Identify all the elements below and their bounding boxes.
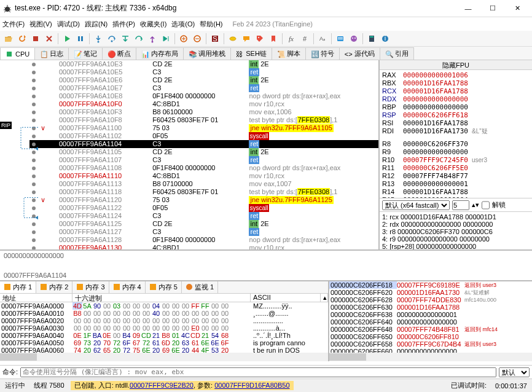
disasm-row[interactable]: 00007FFF9A6A10E6CD 2Eint 2E: [29, 76, 378, 84]
menu-view[interactable]: 视图(V): [29, 20, 52, 29]
menu-favorites[interactable]: 收藏夹(I): [140, 20, 166, 29]
fx-icon[interactable]: fx: [285, 33, 297, 45]
open-icon[interactable]: [2, 33, 15, 45]
tab-seh[interactable]: ⛓SEH链: [230, 47, 272, 60]
disasm-row[interactable]: 00007FFF9A6A10E80F1F8400 00000000nop dwo…: [29, 92, 378, 100]
tab-symbols[interactable]: 🔣符号: [305, 47, 340, 60]
register-row[interactable]: R90000000000000000: [382, 148, 530, 156]
disasm-row[interactable]: 00007FFF9A6A10E5C3ret: [29, 68, 378, 76]
stack-row[interactable]: 000000C6206FF620000001D16FAA1730&L"疑难解: [329, 289, 532, 296]
tab-memmap[interactable]: 📊内存布局: [136, 47, 184, 60]
restart-icon[interactable]: [16, 33, 28, 45]
register-row[interactable]: R1200007FFF74B48F77: [382, 172, 530, 180]
registers-list[interactable]: RAX0000000000001006RBX000001D16FAA1788RC…: [380, 70, 532, 198]
tab-callstack[interactable]: 📚调用堆栈: [183, 47, 231, 60]
scylla-icon[interactable]: S: [209, 33, 221, 45]
register-row[interactable]: RDX0000000000000000: [382, 95, 530, 103]
register-row[interactable]: R130000000000000001: [382, 180, 530, 188]
disasm-row[interactable]: 00007FFF9A6A10F3B8 06100000mov eax,1006: [29, 108, 378, 116]
step-over2-icon[interactable]: [133, 33, 145, 45]
stack-row[interactable]: 000000C6206FF61800007FFF9C69189E返回到 user…: [329, 281, 532, 289]
menu-debug[interactable]: 调试(D): [57, 20, 80, 29]
disasm-row[interactable]: 00007FFF9A6A1127C3ret: [29, 228, 378, 236]
register-row[interactable]: R1000007FFF9C7245F0user3: [382, 156, 530, 164]
register-row[interactable]: RSI000001D16FAA1788: [382, 119, 530, 127]
command-input[interactable]: [20, 367, 496, 377]
stack-row[interactable]: 000000C6206FF6380000000000000001: [329, 311, 532, 318]
step-into-icon[interactable]: [92, 33, 104, 45]
register-row[interactable]: RDI000001D16FAA1730&L"疑: [382, 127, 530, 135]
stack-scroll-h[interactable]: [329, 353, 532, 361]
stack-row[interactable]: 000000C6206FF650000000C6206FF810: [329, 333, 532, 340]
register-row[interactable]: R14000001D16FAA1788: [382, 188, 530, 196]
trace-into-icon[interactable]: [178, 33, 190, 45]
patches-icon[interactable]: [227, 33, 239, 45]
arg-count-input[interactable]: [452, 200, 469, 210]
disasm-row[interactable]: 00007FFF9A6A1124C3ret: [29, 212, 378, 220]
labels-icon[interactable]: [254, 33, 266, 45]
calling-conv-select[interactable]: 默认 (x64 fastcall): [382, 200, 450, 210]
close-button[interactable]: ✕: [505, 1, 530, 16]
dump-row[interactable]: 00007FFF9A6A0060742062652072756E20696E20…: [0, 347, 328, 353]
command-lang-select[interactable]: 默认: [499, 367, 530, 377]
disasm-row[interactable]: 00007FFF9A6A10F04C:8BD1mov r10,rcx: [29, 100, 378, 108]
params-list[interactable]: 1: rcx 000001D16FAA1788 000001D12: rdx 0…: [380, 211, 532, 249]
step-out-icon[interactable]: [146, 33, 158, 45]
tab-references[interactable]: 🔍引用: [380, 47, 414, 60]
disasm-row[interactable]: 00007FFF9A6A1105CD 2Eint 2E: [29, 148, 378, 156]
run-icon[interactable]: [61, 33, 73, 45]
about-icon[interactable]: i: [379, 33, 391, 45]
menu-options[interactable]: 选项(O): [171, 20, 195, 29]
disasm-row[interactable]: 00007FFF9A6A10E7C3ret: [29, 84, 378, 92]
scroll-up-icon[interactable]: ▴: [321, 294, 328, 302]
calc-icon[interactable]: [366, 33, 378, 45]
disasm-row[interactable]: 00007FFF9A6A1118F60425 0803FE7F 01test b…: [29, 188, 378, 196]
disasm-row[interactable]: 00007FFF9A6A11280F1F8400 00000000nop dwo…: [29, 236, 378, 244]
fpu-header[interactable]: 隐藏FPU: [380, 60, 532, 70]
run-to-icon[interactable]: [160, 33, 172, 45]
minimize-button[interactable]: —: [456, 1, 480, 16]
dump-row[interactable]: 00007FFF9A6A00004D5A90000300000004000000…: [0, 302, 328, 310]
tab-breakpoints[interactable]: 🔴断点: [102, 47, 136, 60]
stack-row[interactable]: 000000C6206FF6400000000000000000: [329, 318, 532, 326]
dump-tab[interactable]: 监视 1: [182, 281, 218, 293]
tab-cpu[interactable]: CPU: [0, 47, 35, 60]
register-row[interactable]: R11000000C6206FF5E0: [382, 164, 530, 172]
hash-icon[interactable]: #: [299, 33, 311, 45]
dump-tab[interactable]: 内存 3: [72, 281, 109, 293]
menu-file[interactable]: 文件(F): [2, 20, 25, 29]
stop-icon[interactable]: [29, 33, 42, 45]
disasm-view[interactable]: 00007FFF9A6A10E3CD 2Eint 2E00007FFF9A6A1…: [29, 60, 378, 249]
disasm-row[interactable]: 00007FFF9A6A11304C:8BD1mov r10,rcx: [29, 244, 378, 249]
stack-row[interactable]: 000000C6206FF6600000000000000000: [329, 348, 532, 353]
menu-help[interactable]: 帮助(H): [200, 20, 222, 29]
menu-plugins[interactable]: 插件(P): [112, 20, 135, 29]
dump-body[interactable]: 00007FFF9A6A00004D5A90000300000004000000…: [0, 302, 328, 353]
stack-row[interactable]: 000000C6206FF630000001D16FAA1788: [329, 304, 532, 311]
stack-row[interactable]: 000000C6206FF64800007FFF74B48F81返回到 mfc1…: [329, 326, 532, 333]
settings-icon[interactable]: [334, 33, 346, 45]
unlock-checkbox[interactable]: [482, 200, 490, 210]
register-row[interactable]: RCX000001D16FAA1788: [382, 87, 530, 95]
dump-tab[interactable]: 内存 2: [36, 281, 72, 293]
disasm-row[interactable]: 00007FFF9A6A11104C:8BD1mov r10,rcx: [29, 172, 378, 180]
comments-icon[interactable]: [240, 33, 252, 45]
step-over-icon[interactable]: [106, 33, 118, 45]
dump-tab[interactable]: 内存 4: [109, 281, 146, 293]
stack-body[interactable]: 000000C6206FF61800007FFF9C69189E返回到 user…: [329, 281, 532, 353]
tab-source[interactable]: <>源代码: [339, 47, 380, 60]
tab-script[interactable]: 📜脚本: [272, 47, 306, 60]
maximize-button[interactable]: ☐: [480, 1, 505, 16]
entry-link[interactable]: 00007FFF9C9E2B20: [130, 382, 194, 389]
dump-tab[interactable]: 内存 1: [0, 281, 36, 293]
disasm-row[interactable]: 00007FFF9A6A10F8F60425 0803FE7F 01test b…: [29, 116, 378, 124]
stack-row[interactable]: 000000C6206FF62800007FFF74DDE830mfc140u.…: [329, 296, 532, 304]
dump-row[interactable]: 00007FFF9A6A00400E1FBA0E00B409CD21B8014C…: [0, 332, 328, 339]
trace-over-icon[interactable]: [191, 33, 203, 45]
dump-row[interactable]: 00007FFF9A6A005069732070726F6772616D2063…: [0, 339, 328, 347]
tab-log[interactable]: 📋日志: [34, 47, 69, 60]
bookmarks-icon[interactable]: [267, 33, 280, 45]
params-link[interactable]: 00007FFF9D16FA80B50: [214, 382, 289, 389]
menu-trace[interactable]: 跟踪(N): [85, 20, 108, 29]
disasm-row[interactable]: 00007FFF9A6A1104C3ret: [29, 140, 378, 148]
